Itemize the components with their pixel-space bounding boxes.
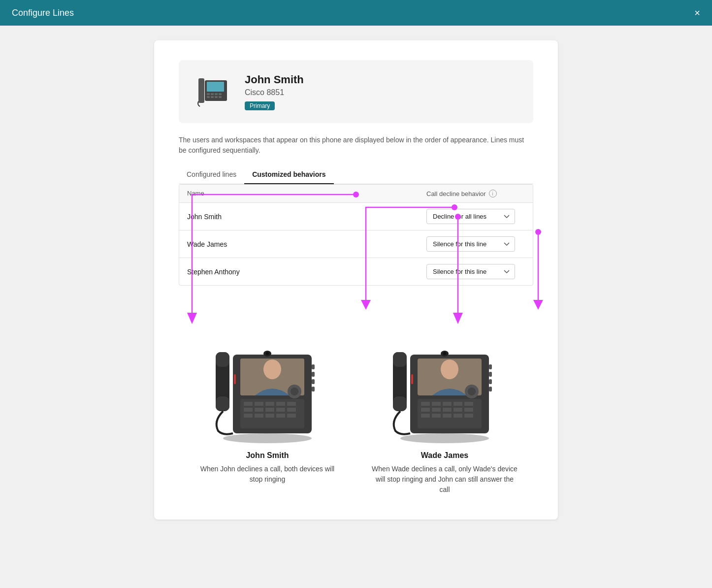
svg-rect-50: [393, 352, 407, 367]
column-behavior-header: Call decline behavior i: [426, 190, 525, 197]
svg-rect-26: [255, 402, 263, 406]
svg-rect-23: [312, 387, 315, 392]
svg-rect-65: [453, 408, 462, 412]
svg-rect-9: [215, 96, 218, 98]
svg-rect-37: [265, 414, 274, 418]
svg-rect-64: [443, 408, 452, 412]
svg-rect-2: [207, 82, 224, 92]
behavior-dropdown-john[interactable]: Decline for all lines Silence for this l…: [426, 209, 515, 224]
phone-label-wade: Wade James: [421, 451, 468, 460]
table-section: Name Call decline behavior i John Smith …: [179, 184, 533, 286]
svg-rect-4: [211, 93, 214, 95]
phone-wade: Wade James When Wade declines a call, on…: [365, 325, 524, 495]
svg-point-15: [263, 359, 281, 379]
column-name-header: Name: [187, 190, 426, 197]
phone-label-john: John Smith: [246, 451, 289, 460]
phone-desc-john: When John declines a call, both devices …: [194, 464, 341, 485]
main-panel: John Smith Cisco 8851 Primary The users …: [154, 40, 558, 520]
svg-rect-69: [443, 414, 452, 418]
svg-rect-68: [432, 414, 441, 418]
svg-rect-52: [489, 364, 492, 369]
table-row: Wade James Decline for all lines Silence…: [179, 230, 533, 258]
behavior-dropdown-stephen[interactable]: Decline for all lines Silence for this l…: [426, 264, 515, 279]
svg-point-41: [291, 388, 298, 395]
header-title: Configure Lines: [12, 8, 74, 18]
svg-rect-27: [265, 402, 274, 406]
phone-image-wade: [381, 325, 509, 443]
svg-rect-55: [489, 387, 492, 392]
svg-rect-29: [287, 402, 296, 406]
svg-rect-5: [215, 93, 218, 95]
svg-rect-57: [421, 402, 430, 406]
svg-rect-30: [244, 408, 253, 412]
svg-rect-70: [453, 414, 462, 418]
behavior-table: Name Call decline behavior i John Smith …: [179, 184, 533, 286]
row-name-wade: Wade James: [187, 240, 426, 248]
info-icon[interactable]: i: [489, 190, 497, 197]
device-icon: [194, 72, 233, 111]
svg-rect-54: [489, 379, 492, 384]
svg-rect-36: [255, 414, 263, 418]
app-header: Configure Lines ×: [0, 0, 712, 26]
svg-point-73: [468, 388, 476, 395]
svg-rect-21: [312, 372, 315, 377]
behavior-dropdown-wade[interactable]: Decline for all lines Silence for this l…: [426, 236, 515, 252]
device-info: John Smith Cisco 8851 Primary: [245, 73, 304, 110]
row-name-john: John Smith: [187, 213, 426, 221]
device-card: John Smith Cisco 8851 Primary: [179, 60, 533, 123]
phone-icon: [196, 74, 230, 109]
phone-john: John Smith When John declines a call, bo…: [188, 325, 347, 485]
svg-rect-51: [393, 396, 407, 411]
arrow-dot-right: [535, 229, 541, 235]
svg-rect-34: [287, 408, 296, 412]
close-button[interactable]: ×: [694, 8, 700, 18]
svg-rect-0: [198, 78, 204, 103]
device-model: Cisco 8851: [245, 88, 304, 97]
svg-rect-62: [421, 408, 430, 412]
svg-point-44: [400, 433, 489, 443]
svg-point-75: [443, 352, 446, 355]
svg-rect-3: [207, 93, 210, 95]
svg-rect-53: [489, 372, 492, 377]
svg-rect-32: [265, 408, 274, 412]
svg-rect-59: [443, 402, 452, 406]
phone-desc-wade: When Wade declines a call, only Wade's d…: [371, 464, 518, 495]
device-badge: Primary: [245, 101, 275, 110]
svg-rect-39: [287, 414, 296, 418]
svg-rect-7: [207, 96, 210, 98]
row-select-wade: Decline for all lines Silence for this l…: [426, 236, 525, 252]
svg-rect-67: [421, 414, 430, 418]
tab-customized-behaviors[interactable]: Customized behaviors: [244, 165, 333, 184]
svg-rect-18: [216, 352, 229, 367]
svg-rect-38: [276, 414, 285, 418]
tabs-container: Configured lines Customized behaviors: [179, 165, 533, 184]
svg-rect-25: [244, 402, 253, 406]
table-row: John Smith Decline for all lines Silence…: [179, 203, 533, 230]
diagram-section: John Smith When John declines a call, bo…: [179, 310, 533, 495]
row-select-john: Decline for all lines Silence for this l…: [426, 209, 525, 224]
svg-rect-20: [312, 364, 315, 369]
svg-rect-19: [216, 396, 229, 411]
svg-rect-10: [219, 96, 222, 98]
svg-point-43: [266, 352, 269, 355]
svg-rect-61: [464, 402, 473, 406]
row-select-stephen: Decline for all lines Silence for this l…: [426, 264, 525, 279]
tab-configured-lines[interactable]: Configured lines: [179, 165, 244, 184]
svg-rect-6: [219, 93, 222, 95]
row-name-stephen: Stephen Anthony: [187, 268, 426, 276]
svg-rect-31: [255, 408, 263, 412]
arrow-head-right: [533, 300, 543, 310]
arrow-head-left: [361, 300, 371, 310]
svg-rect-48: [411, 374, 413, 384]
svg-rect-8: [211, 96, 214, 98]
svg-point-47: [441, 359, 458, 379]
table-header: Name Call decline behavior i: [179, 185, 533, 203]
svg-rect-58: [432, 402, 441, 406]
phones-row: John Smith When John declines a call, bo…: [179, 325, 533, 495]
table-row: Stephen Anthony Decline for all lines Si…: [179, 258, 533, 285]
svg-rect-63: [432, 408, 441, 412]
svg-rect-66: [464, 408, 473, 412]
svg-rect-16: [234, 374, 236, 384]
svg-point-11: [223, 433, 312, 443]
svg-rect-22: [312, 379, 315, 384]
